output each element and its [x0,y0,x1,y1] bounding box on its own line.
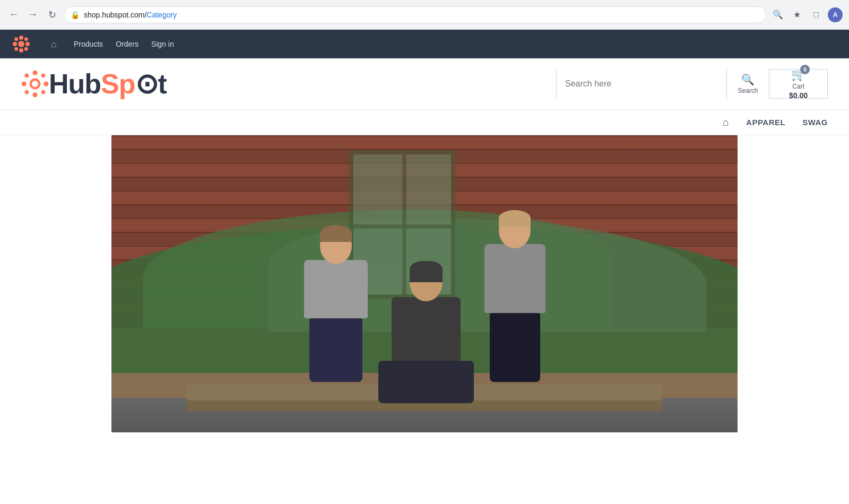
back-button[interactable]: ← [6,7,21,22]
person-1-hair [320,225,352,242]
svg-point-10 [32,92,37,97]
search-bar: 🔍 Search [556,69,769,99]
split-screen-button[interactable]: □ [809,7,824,22]
svg-point-16 [41,90,46,94]
logo-text-group: HubSp⊙t [49,70,167,98]
svg-point-18 [32,81,38,87]
svg-point-2 [19,48,23,53]
bookmark-button[interactable]: ★ [790,7,804,22]
person-1-head [320,227,352,264]
search-icon: 🔍 [741,73,755,86]
nav-signin-link[interactable]: Sign in [151,38,174,50]
lock-icon: 🔒 [71,11,80,19]
search-button[interactable]: 🔍 Search [726,69,769,99]
forward-button[interactable]: → [25,7,40,22]
svg-point-1 [19,36,23,40]
svg-point-6 [24,47,28,51]
header-right: 🔍 Search 🛒 0 Cart $0.00 [556,69,828,99]
svg-point-11 [22,81,27,86]
url-text: shop.hubspot.com/Category [84,11,177,19]
svg-point-7 [24,37,28,41]
person-3-hair [499,210,531,227]
svg-point-4 [25,42,30,46]
svg-point-14 [41,74,46,78]
cart-label: Cart [792,83,804,90]
reload-button[interactable]: ↻ [45,7,59,22]
person-2-shirt [392,297,461,361]
nav-products-link[interactable]: Products [74,38,103,50]
cart-icon-wrapper: 🛒 0 [791,68,805,82]
search-input[interactable] [557,69,726,99]
nav-orders-link[interactable]: Orders [116,38,138,50]
person-1-shirt [304,260,368,318]
hubspot-sprocket-icon [21,70,49,98]
svg-point-5 [14,37,18,41]
nav-logo [13,36,30,53]
svg-point-0 [18,41,24,47]
main-header: HubSp⊙t 🔍 Search 🛒 0 Cart $0.00 [0,58,849,110]
search-button-label: Search [738,87,758,94]
scene-container [111,135,738,432]
hero-section [0,135,849,432]
cart-price: $0.00 [789,91,808,100]
browser-toolbar: 🔍 ★ □ A [770,7,843,22]
person-2-hat [410,261,443,282]
svg-point-15 [25,90,29,94]
svg-point-12 [44,81,48,86]
top-navigation: ⌂ Products Orders Sign in [0,30,849,58]
address-bar[interactable]: 🔒 shop.hubspot.com/Category [64,6,766,23]
svg-point-8 [14,47,18,51]
category-home-icon[interactable]: ⌂ [723,116,729,128]
hero-image [111,135,738,432]
cart-button[interactable]: 🛒 0 Cart $0.00 [769,69,828,99]
hubspot-sprocket-small [13,36,30,53]
svg-point-3 [13,42,17,46]
category-navigation: ⌂ APPAREL SWAG [0,110,849,135]
hubspot-logo[interactable]: HubSp⊙t [21,70,167,98]
svg-point-13 [25,74,29,78]
person-2-head [410,263,443,301]
svg-point-9 [32,71,37,75]
cart-badge: 0 [800,65,810,74]
category-swag-link[interactable]: SWAG [802,118,828,127]
person-3-shirt [484,244,545,313]
person-3-head [499,212,531,248]
profile-avatar[interactable]: A [828,7,843,22]
nav-home-icon[interactable]: ⌂ [47,37,61,52]
zoom-button[interactable]: 🔍 [770,7,785,22]
category-apparel-link[interactable]: APPAREL [746,118,785,127]
browser-chrome: ← → ↻ 🔒 shop.hubspot.com/Category 🔍 ★ □ … [0,0,849,30]
